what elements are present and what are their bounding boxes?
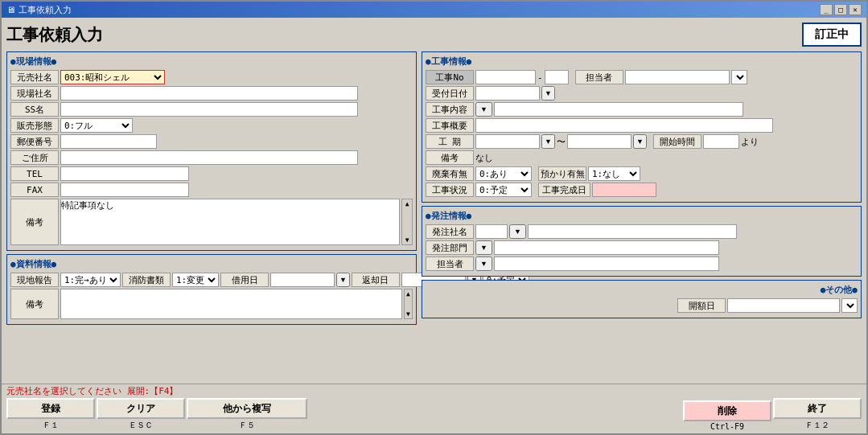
shiryou-bikou-label: 備考 bbox=[10, 289, 59, 319]
status-message: 元売社名を選択してください 展開:【F4】 bbox=[6, 385, 179, 397]
kikan-to-input[interactable]: 2010/07/20 bbox=[567, 134, 631, 149]
bikou-scrollbar[interactable]: ▲ ▼ bbox=[401, 199, 413, 245]
page-title: 工事依頼入力 bbox=[6, 24, 103, 46]
ss-input[interactable]: 馬橋SS bbox=[60, 102, 358, 117]
haccyu-sha-code[interactable]: 0018 bbox=[475, 224, 508, 239]
hanbaei-select[interactable]: 0:フル bbox=[60, 118, 133, 133]
haccyu-section-title: ●発注情報● bbox=[426, 210, 858, 222]
koji-bikou-label: 備考 bbox=[426, 150, 474, 165]
clear-btn-container: クリア ＥＳＣ bbox=[97, 398, 185, 431]
gaiyou-input[interactable] bbox=[475, 118, 773, 133]
naiyou-label: 工事内容 bbox=[426, 102, 474, 117]
koji-no-input2[interactable]: 1 bbox=[545, 70, 569, 84]
main-window: 🖥 工事依頼入力 _ □ ✕ 工事依頼入力 訂正中 ●現場情報● 元売社名 bbox=[0, 0, 868, 435]
haccyu-sha-label: 発注社名 bbox=[426, 224, 474, 239]
end-button[interactable]: 終了 bbox=[773, 398, 862, 419]
kikan-row: 工 期 2010/07/10 ▼ 〜 2010/07/20 ▼ 開始時間 08:… bbox=[426, 134, 858, 149]
haccyu-tanto-dropdown[interactable]: ▼ bbox=[475, 256, 492, 271]
toroku-fkey: Ｆ１ bbox=[43, 420, 59, 431]
left-panel: ●現場情報● 元売社名 003:昭和シェル 現場社名 ディーディー石油販売 SS… bbox=[6, 51, 417, 379]
window-icon: 🖥 bbox=[6, 5, 15, 15]
kikan-from-input[interactable]: 2010/07/10 bbox=[475, 134, 540, 149]
bikou-area: 備考 特記事項なし ▲ ▼ bbox=[10, 199, 413, 247]
close-button[interactable]: ✕ bbox=[849, 4, 862, 15]
tel-row: TEL 047-XXX-XXXX bbox=[10, 166, 413, 181]
toroku-button[interactable]: 登録 bbox=[6, 398, 95, 419]
fax-input[interactable]: 047-BBB-BBBBB bbox=[60, 183, 189, 197]
status-badge: 訂正中 bbox=[802, 23, 862, 47]
yubin-row: 郵便番号 271-0046 bbox=[10, 134, 413, 149]
window-title: 工事依頼入力 bbox=[19, 4, 72, 16]
kikan-to-calendar-button[interactable]: ▼ bbox=[633, 134, 647, 149]
genchi-label: 現地報告 bbox=[10, 273, 59, 287]
jyusho-input[interactable]: 千葉県松戸市西馬橋蔵元町〇-〇〇 bbox=[60, 150, 358, 165]
kariyo-calendar-button[interactable]: ▼ bbox=[336, 273, 350, 287]
koji-no-input1[interactable]: 000037 bbox=[475, 70, 536, 84]
bikou-label: 備考 bbox=[10, 199, 59, 245]
haccyu-dept-row: 発注部門 ▼ bbox=[426, 240, 858, 255]
fax-row: FAX 047-BBB-BBBBB bbox=[10, 183, 413, 197]
tanto-select[interactable] bbox=[731, 70, 747, 84]
naiyou-input[interactable]: 改装に伴う監視カメラ設置工事 bbox=[494, 102, 743, 117]
kaishi-input[interactable]: 08:00 bbox=[703, 134, 739, 149]
kikan-label: 工 期 bbox=[426, 134, 474, 149]
koji-section: ●工事情報● 工事No 000037 - 1 担当者 03: 井藤 受付日付 bbox=[422, 51, 862, 203]
naiyou-dropdown-button[interactable]: ▼ bbox=[475, 102, 492, 117]
haccyu-tanto-row: 担当者 ▼ bbox=[426, 256, 858, 271]
uketsuke-input[interactable]: 2010/07/01 bbox=[475, 86, 540, 101]
kariyo-label: 借用日 bbox=[220, 273, 269, 287]
jyusho-label: ご住所 bbox=[10, 150, 59, 165]
hanbaei-label: 販売形態 bbox=[10, 118, 59, 133]
kaigyo-input[interactable] bbox=[727, 298, 840, 313]
genba-input[interactable]: ディーディー石油販売 bbox=[60, 86, 358, 101]
jyoukyou-row: 工事状況 0:予定 工事完成日 bbox=[426, 183, 858, 197]
delete-btn-container: 削除 Ctrl-F9 bbox=[683, 400, 771, 431]
jyoukyou-label: 工事状況 bbox=[426, 183, 474, 197]
end-fkey: Ｆ１２ bbox=[805, 420, 829, 431]
kaigyo-select[interactable] bbox=[841, 298, 858, 313]
maximize-button[interactable]: □ bbox=[834, 4, 847, 15]
motouria-select[interactable]: 003:昭和シェル bbox=[60, 70, 165, 84]
motouria-label: 元売社名 bbox=[10, 70, 59, 84]
genchi-select[interactable]: 1:完→あり bbox=[60, 273, 121, 287]
tel-input[interactable]: 047-XXX-XXXX bbox=[60, 166, 189, 181]
haccyu-tanto-input[interactable] bbox=[494, 256, 719, 271]
title-bar: 🖥 工事依頼入力 _ □ ✕ bbox=[2, 2, 866, 18]
copy-button[interactable]: 他から複写 bbox=[187, 398, 307, 419]
ss-row: SS名 馬橋SS bbox=[10, 102, 413, 117]
kaishi-label: 開始時間 bbox=[653, 134, 701, 149]
delete-fkey: Ctrl-F9 bbox=[710, 422, 744, 431]
shobo-select[interactable]: 1:変更 bbox=[172, 273, 219, 287]
azukari-label: 預かり有無 bbox=[538, 166, 586, 181]
haccyu-sha-input[interactable]: ディーディープロダクト株式会社 bbox=[528, 224, 737, 239]
shiryou-bikou-area: 備考 ▲ ▼ bbox=[10, 289, 413, 321]
haccyu-sha-dropdown[interactable]: ▼ bbox=[509, 224, 526, 239]
haccyu-dept-dropdown[interactable]: ▼ bbox=[475, 240, 492, 255]
haiki-select[interactable]: 0:あり bbox=[475, 166, 532, 181]
azukari-select[interactable]: 1:なし bbox=[588, 166, 640, 181]
genba-section-title: ●現場情報● bbox=[10, 55, 413, 68]
header-row: 工事依頼入力 訂正中 bbox=[6, 23, 862, 47]
shiryou-row1: 現地報告 1:完→あり 消防書類 1:変更 借用日 2010/07/05 ▼ 返… bbox=[10, 273, 413, 287]
kanryo-input[interactable] bbox=[592, 183, 656, 197]
right-panel: ●工事情報● 工事No 000037 - 1 担当者 03: 井藤 受付日付 bbox=[422, 51, 862, 379]
shiryou-bikou-textarea[interactable] bbox=[60, 289, 402, 319]
uketsuke-calendar-button[interactable]: ▼ bbox=[541, 86, 555, 101]
haccyu-dept-input[interactable] bbox=[494, 240, 719, 255]
jyoukyou-select[interactable]: 0:予定 bbox=[475, 183, 532, 197]
shiryou-section-title: ●資料情報● bbox=[10, 258, 413, 270]
kariyo-input[interactable]: 2010/07/05 bbox=[270, 273, 335, 287]
fax-label: FAX bbox=[10, 183, 59, 197]
koji-bikou-value: なし bbox=[475, 152, 493, 164]
yubin-input[interactable]: 271-0046 bbox=[60, 134, 157, 149]
bikou-textarea[interactable]: 特記事項なし bbox=[60, 199, 400, 245]
tanto-input[interactable]: 03: 井藤 bbox=[625, 70, 730, 84]
end-btn-container: 終了 Ｆ１２ bbox=[773, 398, 862, 431]
motouria-row: 元売社名 003:昭和シェル bbox=[10, 70, 413, 84]
clear-button[interactable]: クリア bbox=[97, 398, 185, 419]
title-bar-controls: _ □ ✕ bbox=[820, 4, 862, 15]
shiryou-scrollbar[interactable]: ▲ ▼ bbox=[404, 289, 413, 319]
delete-button[interactable]: 削除 bbox=[683, 400, 771, 421]
minimize-button[interactable]: _ bbox=[820, 4, 833, 15]
kikan-from-calendar-button[interactable]: ▼ bbox=[541, 134, 555, 149]
